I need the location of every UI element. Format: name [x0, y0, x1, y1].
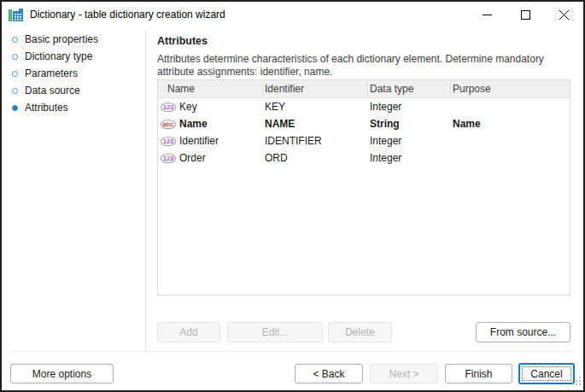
maximize-icon[interactable] [506, 2, 545, 27]
from-source-button[interactable]: From source... [476, 322, 570, 342]
sidebar-item-dictionary-type[interactable]: Dictionary type [2, 48, 145, 65]
close-icon[interactable] [545, 2, 583, 27]
step-label: Basic properties [25, 33, 98, 45]
step-bullet-icon [12, 71, 18, 77]
finish-button[interactable]: Finish [445, 364, 512, 383]
wizard-dialog: Dictionary - table dictionary creation w… [0, 0, 585, 392]
table-row[interactable]: abcName NAME String Name [158, 115, 570, 132]
window-controls [468, 2, 583, 27]
cell-purpose [450, 132, 570, 149]
column-header-identifier[interactable]: Identifier [262, 80, 367, 97]
main-panel: Attributes Attributes determine characte… [157, 31, 572, 79]
column-header-purpose[interactable]: Purpose [450, 80, 570, 97]
number-type-icon: 123 [161, 102, 176, 112]
sidebar-item-data-source[interactable]: Data source [2, 82, 145, 99]
step-label: Dictionary type [25, 50, 92, 62]
add-button[interactable]: Add [157, 322, 220, 342]
cell-purpose: Name [450, 115, 570, 132]
cell-purpose [450, 149, 570, 167]
column-header-data-type[interactable]: Data type [367, 80, 450, 97]
cancel-button[interactable]: Cancel [518, 363, 575, 384]
cell-name: Order [179, 152, 206, 164]
cell-purpose [450, 98, 570, 115]
sidebar-item-attributes[interactable]: Attributes [2, 99, 145, 116]
step-bullet-icon [12, 88, 18, 94]
cell-identifier: KEY [262, 98, 367, 115]
edit-button[interactable]: Edit... [227, 322, 323, 342]
column-header-name[interactable]: Name [158, 80, 262, 97]
cell-data-type: Integer [367, 149, 450, 167]
table-header-row: Name Identifier Data type Purpose [158, 80, 570, 98]
step-bullet-icon [12, 37, 18, 43]
resize-grip[interactable] [572, 376, 581, 388]
step-bullet-icon [12, 54, 18, 60]
cell-identifier: ORD [262, 149, 367, 167]
step-label: Parameters [25, 67, 78, 79]
cell-identifier: IDENTIFIER [262, 132, 367, 149]
cell-name: Key [179, 101, 197, 113]
sidebar-item-parameters[interactable]: Parameters [2, 65, 145, 82]
cell-name: Identifier [179, 135, 219, 147]
delete-button[interactable]: Delete [328, 322, 392, 342]
step-label: Data source [25, 85, 80, 97]
number-type-icon: 123 [161, 154, 176, 163]
table-row[interactable]: 123Order ORD Integer [158, 149, 570, 167]
minimize-icon[interactable] [468, 2, 506, 27]
sidebar-separator [145, 31, 146, 350]
table-row[interactable]: 123Key KEY Integer [158, 98, 570, 115]
dictionary-table-icon [9, 8, 24, 23]
cell-name: Name [179, 118, 208, 130]
footer-divider [12, 351, 572, 352]
page-description: Attributes determine characteristics of … [157, 53, 570, 79]
next-button[interactable]: Next > [370, 364, 438, 383]
page-title: Attributes [157, 35, 572, 47]
table-row[interactable]: 123Identifier IDENTIFIER Integer [158, 132, 570, 149]
more-options-button[interactable]: More options [10, 364, 114, 383]
cell-data-type: Integer [367, 98, 450, 115]
attributes-table[interactable]: Name Identifier Data type Purpose 123Key… [157, 79, 570, 295]
wizard-steps-sidebar: Basic properties Dictionary type Paramet… [2, 31, 145, 348]
string-type-icon: abc [161, 120, 176, 129]
number-type-icon: 123 [161, 137, 176, 146]
step-label: Attributes [25, 102, 68, 114]
cell-identifier: NAME [262, 115, 367, 132]
cell-data-type: String [367, 115, 450, 132]
step-bullet-icon [12, 105, 18, 111]
title-bar: Dictionary - table dictionary creation w… [2, 2, 583, 28]
sidebar-item-basic-properties[interactable]: Basic properties [2, 31, 145, 48]
window-title: Dictionary - table dictionary creation w… [30, 9, 225, 20]
cell-data-type: Integer [367, 132, 450, 149]
back-button[interactable]: < Back [295, 364, 363, 383]
